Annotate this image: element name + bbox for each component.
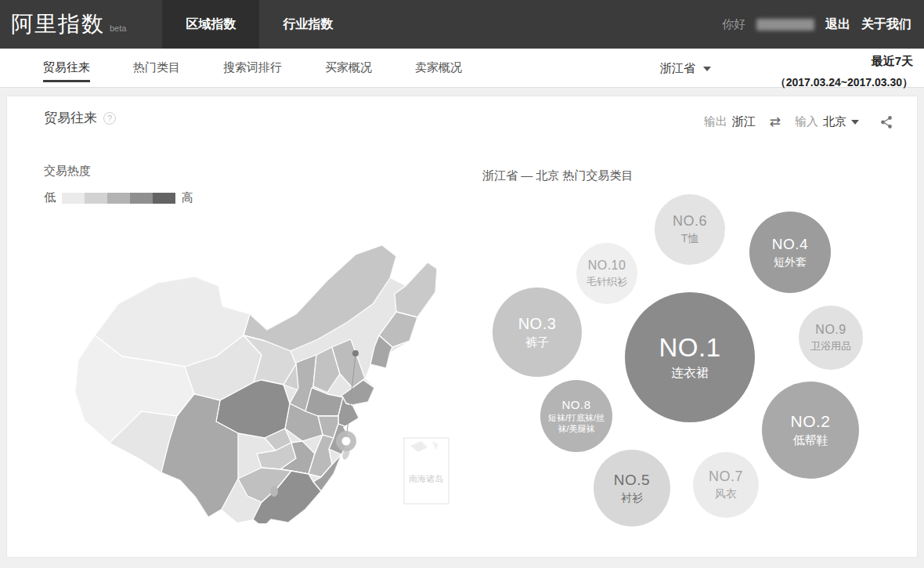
bubble-no3[interactable]: NO.3 裤子 — [493, 288, 582, 377]
subtab-seller-overview[interactable]: 卖家概况 — [415, 49, 462, 88]
bubble-category: 连衣裙 — [671, 365, 709, 382]
input-selector[interactable]: 输入 北京 — [795, 114, 859, 129]
bubble-category: 短袜/打底袜/丝袜/美腿袜 — [545, 412, 608, 435]
share-icon[interactable] — [879, 115, 893, 129]
greeting-text: 你好 — [722, 17, 745, 32]
tab-industry-index[interactable]: 行业指数 — [259, 0, 356, 49]
bubble-category: T恤 — [681, 232, 699, 246]
input-value: 北京 — [823, 114, 846, 129]
bubble-no5[interactable]: NO.5 衬衫 — [594, 450, 670, 526]
trade-flows-panel: 贸易往来 ? 输出 浙江 ⇄ 输入 北京 交易热度 低 — [6, 96, 918, 558]
bubble-no9[interactable]: NO.9 卫浴用品 — [799, 306, 863, 370]
username-redacted — [756, 19, 814, 31]
bubble-no10[interactable]: NO.10 毛针织衫 — [576, 243, 637, 304]
hainan-shape — [270, 486, 278, 497]
sub-navbar: 贸易往来 热门类目 搜索词排行 买家概况 卖家概况 浙江省 最近7天 （2017… — [0, 49, 924, 88]
legend-swatch — [107, 193, 130, 204]
bubble-rank: NO.2 — [790, 412, 830, 431]
beta-badge: beta — [110, 24, 126, 33]
legend-swatch — [130, 193, 153, 204]
legend-high-label: 高 — [182, 190, 193, 205]
bubble-category: 短外套 — [774, 255, 807, 270]
output-label: 输出 — [704, 114, 727, 129]
app-logo-text: 阿里指数 — [11, 9, 105, 39]
bubble-rank: NO.6 — [673, 213, 707, 230]
bubble-no4[interactable]: NO.4 短外套 — [749, 212, 831, 293]
bubble-no1[interactable]: NO.1 连衣裙 — [625, 292, 755, 422]
bubble-rank: NO.7 — [709, 469, 743, 485]
chevron-down-icon — [851, 120, 859, 125]
bubble-category: 卫浴用品 — [810, 339, 851, 353]
flow-direction-controls: 输出 浙江 ⇄ 输入 北京 — [704, 114, 893, 130]
output-value: 浙江 — [732, 114, 756, 129]
app-logo: 阿里指数 beta — [11, 9, 126, 39]
help-icon[interactable]: ? — [103, 112, 116, 125]
bubble-no7[interactable]: NO.7 风衣 — [693, 452, 759, 518]
subtab-buyer-overview[interactable]: 买家概况 — [325, 49, 372, 88]
legend-gradient — [62, 193, 175, 204]
bubble-category: 风衣 — [715, 487, 737, 501]
input-label: 输入 — [795, 114, 818, 129]
bubble-rank: NO.1 — [659, 333, 720, 363]
south-china-sea-inset: 南海诸岛 — [404, 438, 449, 504]
bubble-rank: NO.5 — [614, 472, 650, 489]
bubble-category: 毛针织衫 — [587, 275, 627, 289]
topnav-tabs: 区域指数 行业指数 — [162, 0, 356, 49]
bubble-rank: NO.3 — [518, 315, 557, 333]
top-navbar: 阿里指数 beta 区域指数 行业指数 你好 退出 关于我们 — [0, 0, 924, 49]
bubble-chart-title: 浙江省 — 北京 热门交易类目 — [482, 168, 633, 183]
province-selector-value: 浙江省 — [660, 61, 695, 74]
bubble-no8[interactable]: NO.8 短袜/打底袜/丝袜/美腿袜 — [540, 380, 612, 452]
bubble-no2[interactable]: NO.2 低帮鞋 — [762, 382, 859, 479]
subtab-hot-categories[interactable]: 热门类目 — [133, 49, 180, 88]
inset-label: 南海诸岛 — [409, 474, 443, 483]
province-patches — [75, 245, 437, 523]
swap-direction-icon[interactable]: ⇄ — [770, 114, 781, 130]
section-title: 贸易往来 — [44, 109, 97, 127]
bubble-no6[interactable]: NO.6 T恤 — [655, 194, 725, 265]
subtab-trade-flows[interactable]: 贸易往来 — [43, 49, 90, 88]
subtab-search-ranking[interactable]: 搜索词排行 — [223, 49, 282, 88]
bubble-rank: NO.10 — [588, 259, 626, 273]
tab-region-index[interactable]: 区域指数 — [162, 0, 259, 49]
bubble-category: 低帮鞋 — [793, 433, 828, 448]
bubble-rank: NO.9 — [815, 323, 846, 337]
section-header: 贸易往来 ? — [44, 109, 116, 127]
china-heat-map[interactable]: 南海诸岛 — [60, 206, 451, 523]
about-us-link[interactable]: 关于我们 — [861, 16, 911, 33]
beijing-marker — [352, 350, 359, 356]
legend-swatch — [153, 193, 175, 204]
legend-swatch — [62, 193, 85, 204]
zhejiang-marker — [336, 431, 356, 451]
heat-legend: 低 高 — [44, 190, 193, 205]
province-selector[interactable]: 浙江省 — [660, 49, 711, 88]
bubble-category: 衬衫 — [621, 491, 643, 505]
legend-low-label: 低 — [44, 190, 56, 205]
period-info: 最近7天 （2017.03.24~2017.03.30） — [775, 54, 913, 90]
bubble-rank: NO.8 — [561, 398, 590, 411]
period-label: 最近7天 — [775, 54, 913, 69]
heat-legend-title: 交易热度 — [44, 164, 91, 179]
bubble-category: 裤子 — [525, 335, 549, 350]
date-range: （2017.03.24~2017.03.30） — [775, 76, 913, 90]
chevron-down-icon — [703, 67, 711, 71]
legend-swatch — [85, 193, 107, 204]
user-area: 你好 退出 关于我们 — [722, 0, 911, 49]
bubble-rank: NO.4 — [772, 236, 808, 253]
logout-link[interactable]: 退出 — [825, 16, 850, 33]
